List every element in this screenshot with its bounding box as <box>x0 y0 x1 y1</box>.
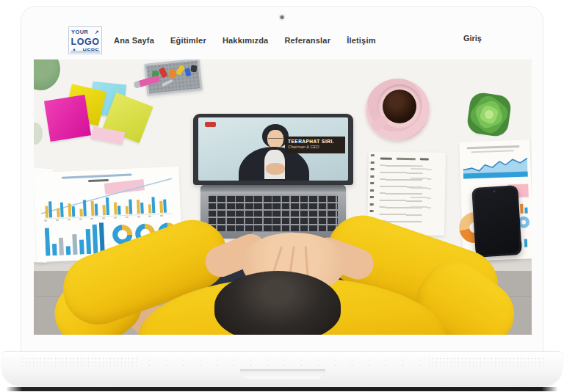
notebook-writing <box>411 168 432 212</box>
pen <box>168 69 177 79</box>
speaker-name: TEERAPHAT SIRI. <box>288 139 342 144</box>
webcam-icon <box>281 15 284 19</box>
logo-underline <box>70 51 100 53</box>
base-keyboard-hint <box>141 357 426 368</box>
logo-word-mid: LOGO <box>70 37 99 47</box>
speaker-caption: TEERAPHAT SIRI. Chairman & CEO <box>285 137 345 153</box>
notebook-heading <box>420 158 429 160</box>
hero-image: TEERAPHAT SIRI. Chairman & CEO <box>34 59 532 335</box>
arrow-up-right-icon: ↗ <box>95 29 99 35</box>
nav-item-referanslar[interactable]: Referanslar <box>284 36 330 45</box>
smartphone-screen <box>474 187 519 255</box>
logo-word-top: YOUR <box>71 29 88 35</box>
video-call-display: TEERAPHAT SIRI. Chairman & CEO <box>198 117 348 181</box>
notebook-heading <box>397 158 416 160</box>
website-screen: YOUR ↗ LOGO ↗ HERE Ana Sayfa Eğitimler H… <box>34 21 532 335</box>
lid-notch <box>240 369 325 379</box>
keyboard-keys <box>209 195 338 231</box>
sticky-note-magenta <box>44 95 91 142</box>
video-call-laptop-screen: TEERAPHAT SIRI. Chairman & CEO <box>193 114 353 185</box>
speaker-face <box>267 130 283 148</box>
laptop-shadow <box>6 387 558 391</box>
finger <box>305 246 309 275</box>
laptop-hinge <box>200 185 346 192</box>
logo[interactable]: YOUR ↗ LOGO ↗ HERE <box>68 26 102 54</box>
plant-corner <box>34 59 67 96</box>
succulent-plant <box>469 94 510 135</box>
laptop-base <box>1 351 563 386</box>
nav-item-ana-sayfa[interactable]: Ana Sayfa <box>114 36 154 45</box>
plant-leaf <box>34 123 43 145</box>
speaker-title: Chairman & CEO <box>288 145 342 149</box>
coffee <box>383 90 416 123</box>
speaker-glasses <box>268 136 283 139</box>
pen <box>176 65 185 76</box>
bar-chart <box>44 221 107 256</box>
navbar: YOUR ↗ LOGO ↗ HERE Ana Sayfa Eğitimler H… <box>34 21 532 59</box>
smartphone <box>471 185 522 258</box>
laptop-lid: YOUR ↗ LOGO ↗ HERE Ana Sayfa Eğitimler H… <box>21 6 543 352</box>
rec-badge <box>205 122 216 127</box>
area-chart <box>463 153 528 182</box>
pen <box>159 67 168 78</box>
nav-item-iletisim[interactable]: İletişim <box>347 36 376 45</box>
nav-item-hakkimizda[interactable]: Hakkımızda <box>223 36 269 45</box>
speaker-grille <box>21 357 137 368</box>
nav-item-login[interactable]: Giriş <box>463 34 482 43</box>
speaker-grille <box>427 357 543 368</box>
succulent-center <box>485 110 494 119</box>
nav-item-egitimler[interactable]: Eğitimler <box>170 36 206 45</box>
paper-title-line <box>466 145 519 150</box>
person-head <box>214 271 341 335</box>
video-call-laptop-keyboard <box>200 185 346 239</box>
notebook-heading <box>380 157 392 159</box>
paper-title-line <box>471 150 514 153</box>
speaker-hands <box>266 163 285 175</box>
pen <box>191 65 198 73</box>
laptop-mockup: YOUR ↗ LOGO ↗ HERE Ana Sayfa Eğitimler H… <box>0 0 564 392</box>
pen <box>162 79 173 87</box>
main-menu: Ana Sayfa Eğitimler Hakkımızda Referansl… <box>114 21 376 59</box>
